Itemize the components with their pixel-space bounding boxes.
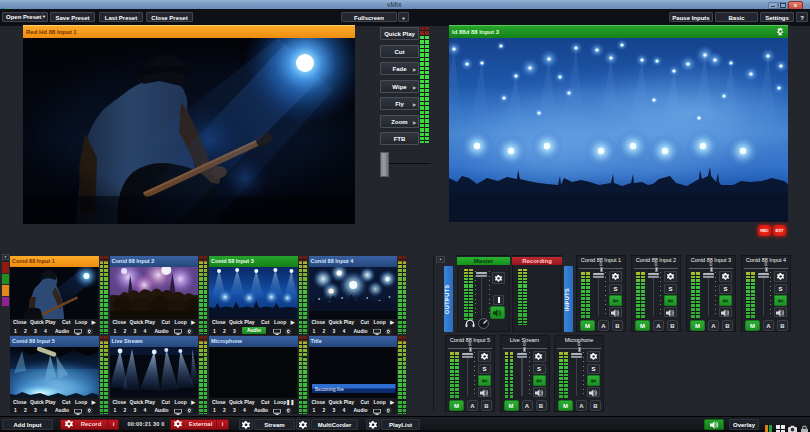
svg-text:Becoming live: Becoming live xyxy=(315,387,344,392)
